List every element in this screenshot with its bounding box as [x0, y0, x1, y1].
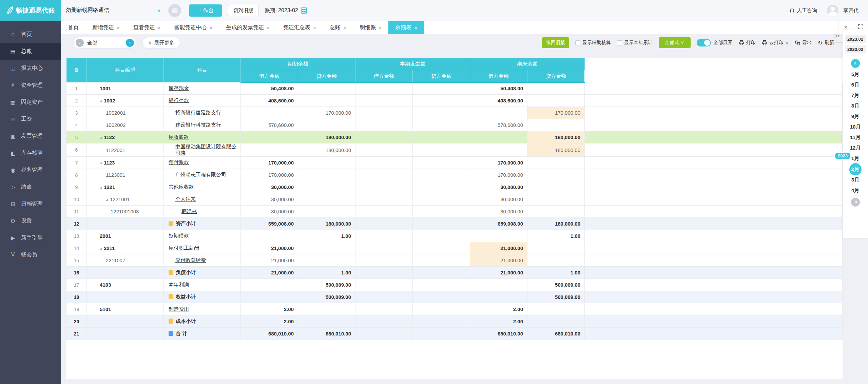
amount-cell: 180,000.00	[298, 143, 355, 157]
subject-filter-pill[interactable]: ‹ 全部 ›	[73, 37, 136, 49]
notice-badge-icon[interactable]: ▤	[168, 4, 181, 17]
month-item-12月[interactable]: 12月	[849, 143, 862, 153]
balance-table: ⚙科目编码科目期初余额本期发生额期末余额借方金额贷方金额借方金额贷方金额借方金额…	[66, 58, 843, 340]
tab-余额表[interactable]: 余额表×	[388, 21, 424, 34]
month-item-11月[interactable]: 11月	[849, 132, 862, 143]
tab-首页[interactable]: 首页	[61, 21, 85, 34]
switch-old-version-button[interactable]: 切到旧版	[228, 5, 258, 16]
sidebar-item-税务管理[interactable]: ◉税务管理	[0, 161, 61, 178]
account-link[interactable]: 建设银行科技路支行	[175, 122, 221, 128]
close-tab-icon[interactable]: ×	[267, 25, 270, 31]
period-box[interactable]: 2023.02	[845, 35, 866, 43]
cloud-print-button[interactable]: 云打印 ∨	[762, 40, 789, 46]
user-name[interactable]: 李四代	[843, 7, 859, 14]
account-link[interactable]: 制造费用	[169, 306, 189, 312]
month-item-9月[interactable]: 9月	[849, 111, 862, 122]
tab-label: 智能凭证中心	[174, 24, 207, 31]
sidebar-item-发票管理[interactable]: ▣发票管理	[0, 128, 61, 145]
expand-more-button[interactable]: ∨ 展开更多	[142, 37, 180, 49]
tab-明细账[interactable]: 明细账×	[353, 21, 389, 34]
calendar-icon[interactable]	[301, 7, 307, 14]
expand-all-toggle[interactable]	[697, 39, 711, 46]
sidebar-item-归档管理[interactable]: ⊟归档管理	[0, 195, 61, 212]
account-link[interactable]: 库存现金	[169, 85, 189, 91]
user-avatar[interactable]	[827, 5, 838, 16]
expand-triangle-icon[interactable]: ◢	[100, 99, 102, 102]
expand-triangle-icon[interactable]: ◢	[100, 161, 102, 165]
account-link[interactable]: 广州联志工程有限公司	[175, 172, 226, 177]
back-old-version-button[interactable]: 退回旧版	[542, 37, 569, 48]
close-tab-icon[interactable]: ×	[210, 25, 213, 31]
company-selector[interactable]: 勿删新锐网络通信 ∨	[66, 5, 161, 16]
sidebar-item-结账[interactable]: ▷结账	[0, 178, 61, 195]
column-settings-gear-icon[interactable]: ⚙	[66, 58, 87, 82]
close-tab-icon[interactable]: ×	[343, 25, 346, 31]
refresh-button[interactable]: ↻ 刷新	[818, 39, 834, 46]
sidebar-item-总账[interactable]: ▤总账	[0, 43, 61, 60]
month-item-7月[interactable]: 7月	[849, 90, 862, 101]
sidebar-item-固定资产[interactable]: ▦固定资产	[0, 94, 61, 111]
tab-总账[interactable]: 总账×	[323, 21, 353, 34]
expand-triangle-icon[interactable]: ◢	[100, 136, 102, 139]
checkbox-icon[interactable]	[617, 40, 622, 45]
collapse-panel-icon[interactable]: ≫	[834, 32, 840, 39]
account-link[interactable]: 应收账款	[169, 134, 189, 140]
account-link[interactable]: 应付职工薪酬	[169, 245, 199, 251]
expand-triangle-icon[interactable]: ◢	[106, 198, 108, 201]
support-link[interactable]: 人工咨询	[789, 7, 817, 14]
sidebar-item-设置[interactable]: ⚙设置	[0, 212, 61, 229]
aux-accounting-checkbox[interactable]: 显示辅助核算	[575, 40, 611, 46]
tab-凭证汇总表[interactable]: 凭证汇总表×	[276, 21, 323, 34]
tab-生成的发票凭证[interactable]: 生成的发票凭证×	[219, 21, 276, 34]
sidebar-item-库存核算[interactable]: ◧库存核算	[0, 145, 61, 161]
expand-triangle-icon[interactable]: ◢	[100, 186, 102, 189]
account-link[interactable]: 其他应收款	[169, 184, 194, 190]
checkbox-icon[interactable]	[575, 40, 580, 45]
account-link[interactable]: 短期借款	[169, 233, 189, 238]
amount-style-button[interactable]: 金额式 ∨	[659, 37, 691, 48]
month-item-8月[interactable]: 8月	[849, 101, 862, 111]
month-item-10月[interactable]: 10月	[849, 122, 862, 132]
amount-cell: 180,000.00	[527, 218, 585, 230]
account-link[interactable]: 应付教育经费	[175, 257, 206, 263]
account-link[interactable]: 银行存款	[169, 97, 189, 103]
expand-triangle-icon[interactable]: ◢	[100, 247, 102, 250]
sidebar-item-新手引导[interactable]: ▶新手引导	[0, 229, 61, 246]
scroll-down-icon[interactable]: «	[851, 198, 860, 207]
close-tab-icon[interactable]: ×	[313, 25, 316, 31]
account-link[interactable]: 个人往来	[175, 196, 196, 202]
account-link[interactable]: 本年利润	[169, 282, 189, 287]
sidebar-item-畅会员[interactable]: V畅会员	[0, 246, 61, 263]
chevron-left-icon[interactable]: ‹	[76, 39, 84, 47]
month-item-2月[interactable]: 2月	[849, 163, 862, 175]
close-tab-icon[interactable]: ×	[414, 25, 417, 31]
period-box[interactable]: 2023.02	[845, 45, 866, 53]
account-link[interactable]: 韩晓林	[181, 208, 197, 214]
month-item-5月[interactable]: 5月	[849, 69, 862, 80]
month-item-4月[interactable]: 4月	[849, 185, 862, 196]
scroll-up-icon[interactable]: «	[851, 59, 860, 68]
sidebar-item-报表中心[interactable]: ◫报表中心	[0, 60, 61, 77]
sidebar-item-工资[interactable]: ≣工资	[0, 111, 61, 128]
export-button[interactable]: 导出	[795, 40, 812, 46]
account-link[interactable]: 预付账款	[169, 159, 189, 165]
tab-智能凭证中心[interactable]: 智能凭证中心×	[168, 21, 219, 34]
print-button[interactable]: 打印	[739, 40, 756, 46]
tab-查看凭证[interactable]: 查看凭证×	[127, 21, 168, 34]
sidebar-item-首页[interactable]: ⌂首页	[0, 26, 61, 43]
chevron-right-icon[interactable]: ›	[126, 39, 134, 47]
month-item-6月[interactable]: 6月	[849, 80, 862, 90]
ytd-checkbox[interactable]: 显示本年累计	[617, 40, 653, 46]
account-period[interactable]: 账期 2023-02	[265, 7, 307, 14]
account-link[interactable]: 中国移动集团设计院有限公司陕	[175, 143, 236, 156]
month-item-3月[interactable]: 3月	[849, 175, 862, 185]
account-link[interactable]: 招商银行唐延路支行	[175, 110, 221, 115]
workbench-button[interactable]: 工作台	[189, 4, 222, 17]
close-tab-icon[interactable]: ×	[379, 25, 382, 31]
amount-cell	[470, 107, 527, 119]
sidebar-item-资金管理[interactable]: ¥资金管理	[0, 77, 61, 94]
close-tab-icon[interactable]: ×	[158, 25, 161, 31]
tab-新增凭证[interactable]: 新增凭证×	[85, 21, 127, 34]
amount-cell: 30,000.00	[241, 193, 298, 206]
close-tab-icon[interactable]: ×	[117, 25, 120, 31]
